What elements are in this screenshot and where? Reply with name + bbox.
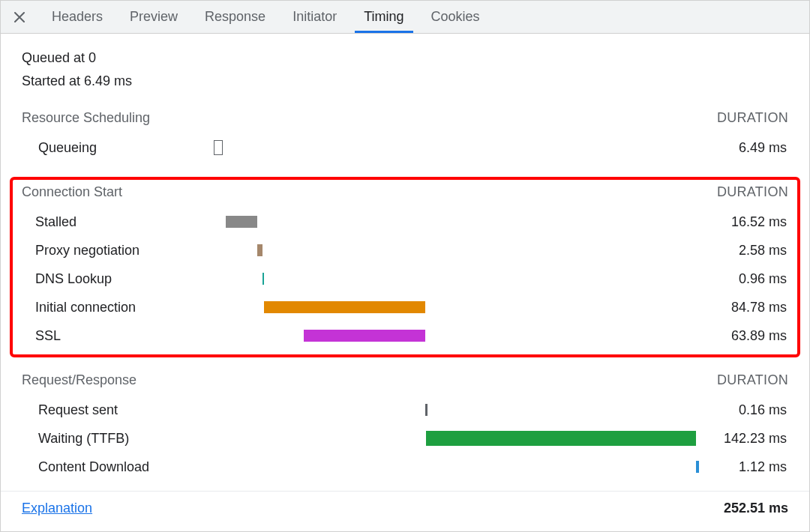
timing-bar [214, 140, 223, 155]
queued-at: Queued at 0 [22, 50, 788, 66]
timing-group: Connection StartDURATIONStalled16.52 msP… [10, 177, 800, 357]
timing-bar [264, 301, 425, 313]
timing-row: SSL63.89 ms [22, 321, 788, 350]
timing-row-value: 84.78 ms [706, 300, 788, 315]
timing-bar [262, 273, 264, 285]
timing-bar [226, 216, 257, 228]
timing-row-value: 2.58 ms [706, 243, 788, 259]
timing-row-value: 142.23 ms [706, 431, 788, 447]
timing-row: Request sent0.16 ms [22, 396, 788, 424]
timing-row-label: Initial connection [22, 300, 214, 315]
timing-row-label: Request sent [22, 402, 214, 418]
explanation-link[interactable]: Explanation [22, 501, 92, 516]
timing-row-label: Waiting (TTFB) [22, 431, 214, 447]
timing-content: Queued at 0 Started at 6.49 ms Resource … [1, 34, 809, 481]
timing-bar [426, 431, 696, 446]
footer: Explanation 252.51 ms [1, 491, 809, 531]
duration-column-label: DURATION [717, 110, 788, 126]
bar-track [214, 330, 706, 342]
tab-response[interactable]: Response [191, 1, 279, 33]
timing-row-label: DNS Lookup [22, 271, 214, 287]
bar-track [214, 461, 706, 473]
timing-row: Waiting (TTFB)142.23 ms [22, 424, 788, 453]
timing-row-value: 1.12 ms [706, 459, 788, 475]
timing-row: Proxy negotiation2.58 ms [22, 236, 788, 265]
group-header: Resource SchedulingDURATION [22, 110, 788, 126]
timing-row-value: 63.89 ms [706, 328, 788, 344]
timing-row-label: Stalled [22, 214, 214, 230]
timing-row-value: 0.96 ms [706, 271, 788, 287]
bar-track [214, 432, 706, 444]
timing-row: DNS Lookup0.96 ms [22, 265, 788, 293]
timing-row-value: 6.49 ms [706, 140, 788, 156]
bar-track [214, 273, 706, 285]
timing-row: Initial connection84.78 ms [22, 293, 788, 321]
tab-timing[interactable]: Timing [350, 1, 417, 33]
tab-cookies[interactable]: Cookies [418, 1, 494, 33]
group-title: Resource Scheduling [22, 110, 150, 126]
started-at: Started at 6.49 ms [22, 73, 788, 89]
timing-group: Request/ResponseDURATIONRequest sent0.16… [22, 372, 788, 481]
tab-bar: HeadersPreviewResponseInitiatorTimingCoo… [1, 1, 809, 34]
timing-row: Stalled16.52 ms [22, 208, 788, 236]
tab-preview[interactable]: Preview [116, 1, 191, 33]
timing-row-label: Content Download [22, 459, 214, 475]
timing-row: Content Download1.12 ms [22, 453, 788, 481]
duration-column-label: DURATION [717, 184, 788, 200]
bar-track [214, 244, 706, 256]
timing-bar [425, 404, 428, 416]
timing-row-label: Queueing [22, 140, 214, 156]
tabs: HeadersPreviewResponseInitiatorTimingCoo… [38, 1, 494, 33]
bar-track [214, 142, 706, 154]
tab-headers[interactable]: Headers [38, 1, 116, 33]
tab-initiator[interactable]: Initiator [279, 1, 350, 33]
timing-row-label: Proxy negotiation [22, 243, 214, 259]
bar-track [214, 216, 706, 228]
timing-row-label: SSL [22, 328, 214, 344]
bar-track [214, 301, 706, 313]
close-icon[interactable] [7, 1, 32, 33]
timing-row-value: 16.52 ms [706, 214, 788, 230]
timing-row: Queueing6.49 ms [22, 133, 788, 162]
timing-bar [696, 461, 699, 473]
timing-row-value: 0.16 ms [706, 402, 788, 418]
group-title: Request/Response [22, 372, 136, 388]
total-duration: 252.51 ms [724, 501, 788, 516]
timing-bar [257, 244, 262, 256]
bar-track [214, 404, 706, 416]
group-header: Request/ResponseDURATION [22, 372, 788, 388]
timing-group: Resource SchedulingDURATIONQueueing6.49 … [22, 110, 788, 162]
timing-bar [304, 330, 425, 342]
group-header: Connection StartDURATION [22, 184, 788, 200]
devtools-timing-panel: HeadersPreviewResponseInitiatorTimingCoo… [0, 0, 810, 532]
group-title: Connection Start [22, 184, 122, 200]
duration-column-label: DURATION [717, 372, 788, 388]
